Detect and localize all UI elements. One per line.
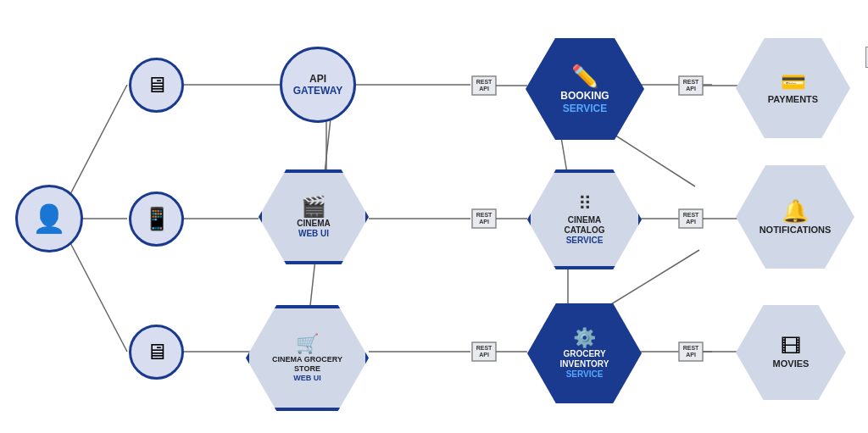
user-node: 👤 bbox=[15, 185, 83, 253]
cinema-grocery-node: 🛒 CINEMA GROCERYSTORE WEB UI bbox=[246, 305, 369, 411]
movies-node: 🎞 MOVIES bbox=[736, 305, 846, 400]
booking-label-top: BOOKING bbox=[560, 90, 609, 102]
desktop2-node: 🖥 bbox=[129, 325, 184, 380]
cinema-web-ui-label-top: CINEMA bbox=[297, 219, 330, 229]
desktop1-icon: 🖥 bbox=[146, 72, 168, 98]
payments-node: 💳 PAYMENTS STRIPEADAPTER bbox=[736, 38, 850, 138]
rest-api-label-grocery: RESTAPI bbox=[472, 342, 496, 361]
payments-label: PAYMENTS bbox=[768, 94, 818, 105]
architecture-diagram: RESTAPI RESTAPI RESTAPI RESTAPI RESTAPI … bbox=[0, 0, 868, 433]
inventory-label-top: GROCERYINVENTORY bbox=[560, 349, 609, 369]
catalog-label-bottom: SERVICE bbox=[566, 236, 604, 246]
grocery-inventory-node: ⚙️ GROCERYINVENTORY SERVICE bbox=[527, 303, 642, 403]
mobile-node: 📱 bbox=[129, 192, 184, 247]
movies-label: MOVIES bbox=[773, 358, 810, 369]
catalog-icon: ⠿ bbox=[578, 193, 592, 215]
grocery-icon: 🛒 bbox=[296, 333, 319, 355]
inventory-label-bottom: SERVICE bbox=[566, 369, 604, 380]
grocery-label-top: CINEMA GROCERYSTORE bbox=[272, 355, 342, 374]
booking-label-bottom: SERVICE bbox=[563, 103, 607, 114]
rest-api-label-notifications: RESTAPI bbox=[679, 209, 703, 228]
desktop1-node: 🖥 bbox=[129, 58, 184, 113]
booking-icon: ✏️ bbox=[571, 64, 598, 90]
rest-api-label-movies: RESTAPI bbox=[679, 342, 703, 361]
payments-icon: 💳 bbox=[781, 70, 806, 94]
booking-node: ✏️ BOOKING SERVICE bbox=[526, 38, 644, 140]
user-icon: 👤 bbox=[32, 203, 66, 235]
rest-api-label-payments: RESTAPI bbox=[679, 76, 703, 95]
inventory-icon: ⚙️ bbox=[573, 327, 596, 349]
notifications-node: 🔔 NOTIFICATIONS TWILIOADAPTER SENDGRIDAD… bbox=[736, 165, 854, 269]
grocery-label-bottom: WEB UI bbox=[293, 374, 321, 383]
cinema-web-ui-icon: 🎬 bbox=[301, 195, 326, 219]
rest-api-label-catalog: RESTAPI bbox=[472, 209, 496, 228]
cinema-web-ui-label-bottom: WEB UI bbox=[298, 229, 329, 239]
movies-icon: 🎞 bbox=[781, 335, 801, 358]
api-gateway-label-top: API bbox=[293, 73, 343, 85]
api-gateway-label-bottom: GATEWAY bbox=[293, 85, 343, 97]
rest-api-label-booking: RESTAPI bbox=[472, 76, 496, 95]
cinema-web-ui-node: 🎬 CINEMA WEB UI bbox=[259, 169, 369, 264]
notifications-icon: 🔔 bbox=[782, 198, 809, 225]
catalog-label-top: CINEMACATALOG bbox=[565, 215, 605, 236]
notifications-label: NOTIFICATIONS bbox=[760, 225, 832, 236]
desktop2-icon: 🖥 bbox=[146, 339, 168, 365]
mobile-icon: 📱 bbox=[143, 206, 170, 232]
api-gateway-node: API GATEWAY bbox=[280, 47, 356, 123]
cinema-catalog-node: ⠿ CINEMACATALOG SERVICE bbox=[527, 169, 642, 269]
